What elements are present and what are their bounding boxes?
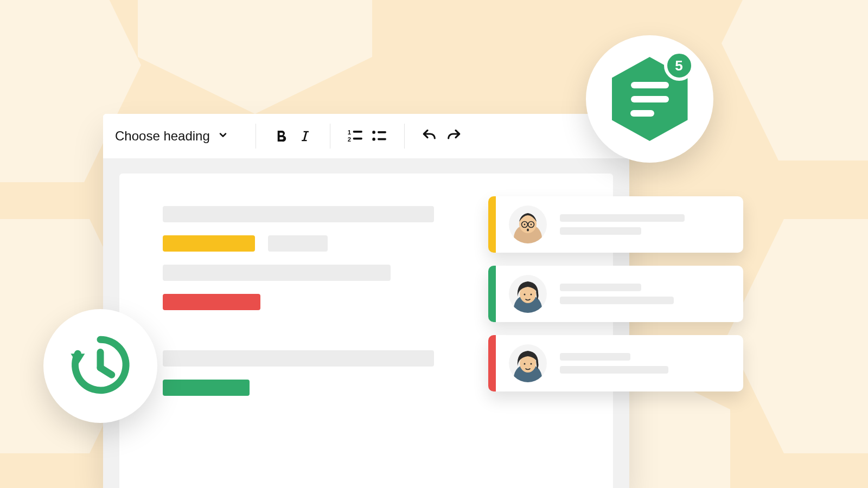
svg-point-18 (524, 294, 526, 296)
comment-body (560, 353, 743, 374)
svg-point-19 (531, 294, 532, 296)
bg-hex (722, 0, 868, 174)
comment-card[interactable] (488, 266, 743, 322)
comment-text-line (560, 366, 668, 374)
heading-dropdown[interactable]: Choose heading (115, 129, 242, 144)
text-line (163, 265, 391, 281)
comment-text-line (560, 297, 674, 304)
avatar (509, 344, 547, 382)
comment-stripe (488, 335, 496, 391)
svg-point-22 (524, 363, 526, 365)
comment-card[interactable] (488, 196, 743, 253)
toolbar-divider (256, 124, 256, 149)
bold-icon (273, 128, 289, 144)
notification-count: 5 (675, 57, 682, 74)
comments-panel (488, 196, 743, 404)
text-line (163, 350, 434, 367)
bold-button[interactable] (269, 124, 293, 148)
bg-hex (125, 0, 385, 114)
redo-button[interactable] (442, 124, 465, 148)
svg-point-6 (372, 138, 375, 141)
chevron-down-icon (218, 129, 228, 144)
comment-text-line (560, 214, 685, 222)
unordered-list-icon (370, 127, 388, 145)
comment-text-line (560, 227, 641, 235)
notification-badge: 5 (664, 50, 694, 81)
editor-toolbar: Choose heading 12 (103, 114, 629, 158)
toolbar-divider (330, 124, 330, 149)
bg-hex (727, 206, 868, 466)
svg-point-14 (531, 224, 532, 226)
comment-body (560, 214, 743, 235)
highlighted-text-yellow (163, 235, 255, 252)
svg-rect-3 (353, 138, 362, 140)
svg-line-26 (100, 368, 112, 375)
unordered-list-button[interactable] (367, 124, 391, 148)
comment-text-line (560, 353, 630, 361)
svg-rect-7 (378, 138, 386, 140)
svg-point-4 (372, 131, 375, 134)
avatar (509, 275, 547, 313)
comment-card[interactable] (488, 335, 743, 391)
text-line (268, 235, 328, 252)
comment-body (560, 284, 743, 304)
svg-text:1: 1 (348, 129, 351, 136)
app-logo-badge[interactable]: 5 (586, 35, 713, 163)
italic-button[interactable] (293, 124, 317, 148)
avatar (509, 206, 547, 243)
comment-stripe (488, 266, 496, 322)
redo-icon (445, 127, 462, 145)
ordered-list-icon: 12 (346, 127, 365, 145)
history-badge[interactable] (43, 309, 157, 423)
svg-rect-1 (353, 131, 362, 133)
text-line (163, 206, 434, 222)
svg-point-23 (531, 363, 532, 365)
heading-dropdown-label: Choose heading (115, 129, 210, 144)
highlighted-text-red (163, 294, 260, 310)
undo-button[interactable] (418, 124, 442, 148)
italic-icon (297, 129, 312, 144)
undo-icon (421, 127, 438, 145)
ordered-list-button[interactable]: 12 (343, 124, 367, 148)
comment-text-line (560, 284, 641, 291)
comment-stripe (488, 196, 496, 253)
history-icon (65, 330, 136, 402)
svg-point-15 (527, 229, 529, 232)
highlighted-text-green (163, 380, 250, 396)
svg-point-13 (524, 224, 526, 226)
toolbar-divider (404, 124, 405, 149)
svg-text:2: 2 (348, 136, 351, 143)
svg-rect-5 (378, 131, 386, 133)
